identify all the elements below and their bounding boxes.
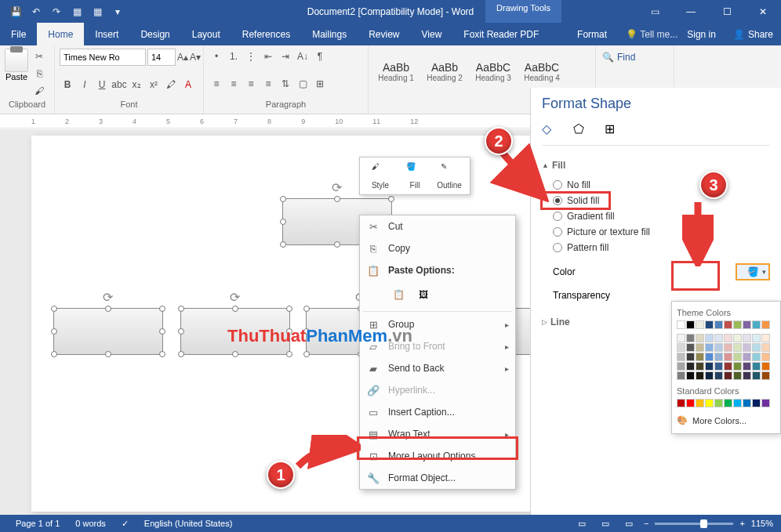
ctx-wrap-text[interactable]: ▤Wrap Text▸ [360, 423, 515, 445]
decrease-indent-icon[interactable]: ⇤ [260, 49, 276, 64]
color-swatch[interactable] [705, 320, 714, 329]
color-swatch[interactable] [686, 343, 695, 352]
find-button[interactable]: 🔍 Find [601, 50, 669, 64]
color-swatch[interactable] [724, 353, 732, 361]
color-swatch[interactable] [714, 362, 723, 371]
color-swatch[interactable] [696, 353, 704, 361]
style-button[interactable]: 🖌Style [363, 161, 398, 191]
tab-mailings[interactable]: Mailings [301, 23, 358, 45]
tab-foxit[interactable]: Foxit Reader PDF [452, 23, 550, 45]
gradient-fill-radio[interactable]: Gradient fill [553, 208, 770, 224]
underline-button[interactable]: U [94, 77, 110, 92]
rotate-handle-icon[interactable]: ⟳ [103, 290, 114, 301]
ctx-cut[interactable]: ✂Cut [360, 215, 515, 237]
color-swatch[interactable] [761, 362, 770, 371]
color-swatch[interactable] [761, 353, 770, 361]
tab-view[interactable]: View [411, 23, 453, 45]
read-mode-icon[interactable]: ▭ [573, 516, 590, 530]
color-swatch[interactable] [686, 353, 695, 361]
redo-icon[interactable]: ↷ [47, 2, 66, 21]
format-painter-icon[interactable]: 🖌 [31, 83, 47, 99]
tell-me[interactable]: 💡 Tell me... [626, 29, 677, 40]
shading-icon[interactable]: ▢ [295, 76, 311, 92]
justify-icon[interactable]: ≡ [260, 76, 276, 92]
color-swatch[interactable] [761, 320, 770, 329]
resize-handle[interactable] [286, 306, 292, 312]
tab-review[interactable]: Review [358, 23, 410, 45]
color-swatch[interactable] [743, 353, 751, 361]
maximize-icon[interactable]: ☐ [709, 0, 745, 23]
zoom-in-icon[interactable]: + [739, 519, 744, 528]
qa-icon[interactable]: ▦ [67, 2, 86, 21]
resize-handle[interactable] [105, 351, 111, 357]
resize-handle[interactable] [178, 306, 184, 312]
color-swatch[interactable] [743, 334, 751, 342]
borders-icon[interactable]: ⊞ [312, 76, 328, 92]
highlight-button[interactable]: 🖍 [163, 77, 179, 92]
ctx-format-object[interactable]: 🔧Format Object... [360, 467, 515, 489]
color-swatch[interactable] [724, 334, 732, 342]
ctx-more-layout[interactable]: ⊡More Layout Options... [360, 445, 515, 467]
tab-file[interactable]: File [0, 23, 37, 45]
layout-props-icon[interactable]: ⊞ [605, 121, 622, 139]
ribbon-display-icon[interactable]: ▭ [637, 0, 673, 23]
color-swatch[interactable] [696, 320, 704, 329]
color-swatch[interactable] [752, 343, 761, 352]
strike-button[interactable]: abc [111, 77, 127, 92]
font-color-button[interactable]: A [180, 77, 196, 92]
print-layout-icon[interactable]: ▭ [597, 516, 614, 530]
color-swatch[interactable] [733, 334, 742, 342]
color-swatch[interactable] [696, 399, 704, 407]
resize-handle[interactable] [303, 328, 310, 335]
show-marks-icon[interactable]: ¶ [312, 49, 328, 64]
resize-handle[interactable] [280, 219, 286, 225]
tab-references[interactable]: References [231, 23, 301, 45]
resize-handle[interactable] [280, 241, 286, 248]
color-swatch[interactable] [686, 320, 695, 329]
color-swatch[interactable] [677, 371, 685, 380]
ctx-send-back[interactable]: ▰Send to Back▸ [360, 357, 515, 379]
resize-handle[interactable] [334, 241, 340, 248]
color-swatch[interactable] [705, 362, 714, 371]
picture-fill-radio[interactable]: Picture or texture fill [553, 224, 770, 240]
color-swatch[interactable] [677, 320, 685, 329]
color-swatch[interactable] [733, 343, 742, 352]
share-button[interactable]: 👤 Share [725, 29, 781, 40]
resize-handle[interactable] [334, 196, 340, 202]
color-swatch[interactable] [714, 353, 723, 361]
qa-dropdown-icon[interactable]: ▾ [108, 2, 127, 21]
resize-handle[interactable] [286, 351, 292, 357]
fill-line-icon[interactable]: ◇ [542, 121, 559, 139]
font-name-select[interactable] [60, 49, 146, 66]
paste-option-picture[interactable]: 🖼 [413, 284, 434, 305]
color-swatch[interactable] [761, 371, 770, 380]
color-swatch[interactable] [677, 343, 685, 352]
color-swatch[interactable] [705, 353, 714, 361]
color-swatch[interactable] [752, 399, 761, 407]
color-picker-button[interactable]: 🪣 [736, 263, 770, 280]
color-swatch[interactable] [733, 362, 742, 371]
resize-handle[interactable] [232, 351, 238, 357]
color-swatch[interactable] [724, 343, 732, 352]
font-size-select[interactable] [147, 49, 176, 66]
color-swatch[interactable] [752, 334, 761, 342]
ctx-copy[interactable]: ⎘Copy [360, 237, 515, 259]
fill-section-header[interactable]: ▲Fill [542, 157, 770, 174]
zoom-level[interactable]: 115% [751, 519, 773, 528]
tab-layout[interactable]: Layout [181, 23, 231, 45]
color-swatch[interactable] [752, 362, 761, 371]
color-swatch[interactable] [724, 362, 732, 371]
color-swatch[interactable] [696, 334, 704, 342]
color-swatch[interactable] [686, 371, 695, 380]
color-swatch[interactable] [743, 320, 751, 329]
shape-rectangle[interactable]: ⟳ [53, 308, 163, 355]
more-colors-button[interactable]: 🎨More Colors... [677, 412, 776, 429]
solid-fill-radio[interactable]: Solid fill [553, 193, 770, 208]
color-swatch[interactable] [714, 343, 723, 352]
color-swatch[interactable] [705, 371, 714, 380]
color-swatch[interactable] [677, 399, 685, 407]
color-swatch[interactable] [724, 371, 732, 380]
resize-handle[interactable] [232, 306, 238, 312]
align-left-icon[interactable]: ≡ [209, 76, 224, 92]
word-count[interactable]: 0 words [67, 519, 114, 528]
